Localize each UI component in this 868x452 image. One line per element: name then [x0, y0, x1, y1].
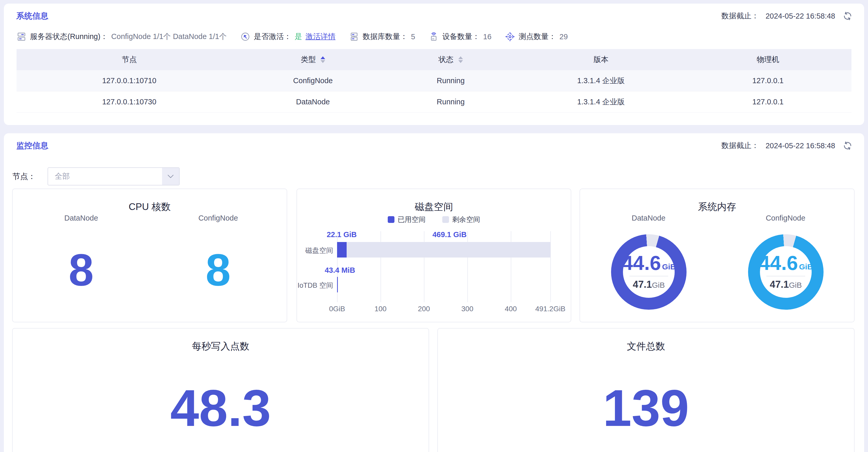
device-count-item: 设备数量： 16 [429, 32, 491, 42]
x-tick: 100 [375, 305, 387, 313]
data-cutoff: 数据截止： 2024-05-22 16:58:48 [721, 10, 853, 22]
iotdb-used-value-label: 43.4 MiB [325, 266, 355, 275]
cell-type: ConfigNode [242, 76, 384, 85]
status-row: 服务器状态(Running)： ConfigNode 1/1个 DataNode… [16, 30, 568, 43]
table-row: 127.0.0.1:10730 DataNode Running 1.3.1.4… [17, 91, 851, 112]
disk-legend: 已用空间 剩余空间 [297, 215, 571, 224]
data-cutoff: 数据截止： 2024-05-22 16:58:48 [721, 140, 853, 151]
memory-total-unit: GiB [789, 281, 802, 289]
x-tick: 491.2GiB [535, 305, 565, 313]
sort-icon-status[interactable] [458, 56, 463, 63]
donut-center: 44.6 GiB 47.1GiB [760, 246, 812, 298]
cpu-datanode-label: DataNode [13, 214, 150, 222]
cpu-datanode-value: 8 [13, 247, 150, 292]
database-count-value: 5 [411, 33, 415, 41]
activation-icon [240, 32, 250, 42]
disk-space-card: 磁盘空间 已用空间 剩余空间 22.1 GiB 469.1 GiB 磁盘空间 4… [297, 189, 571, 322]
x-tick: 200 [418, 305, 430, 313]
select-suffix [162, 168, 179, 185]
cell-version: 1.3.1.4 企业版 [518, 97, 684, 107]
activation-label: 是否激活： [254, 32, 291, 42]
memory-total-value: 47.1 [770, 279, 789, 290]
legend-free[interactable]: 剩余空间 [442, 215, 480, 224]
cpu-confignode-value: 8 [150, 247, 287, 292]
cpu-cores-card: CPU 核数 DataNode 8 ConfigNode 8 [12, 189, 287, 322]
database-count-label: 数据库数量： [363, 32, 408, 42]
device-icon [429, 32, 439, 42]
memory-datanode-donut[interactable]: 44.6 GiB 47.1GiB [611, 234, 686, 310]
data-cutoff-label: 数据截止： [721, 140, 759, 151]
x-tick: 0GiB [329, 305, 345, 313]
activation-value: 是 [295, 32, 302, 42]
server-status-item: 服务器状态(Running)： ConfigNode 1/1个 DataNode… [16, 32, 227, 42]
database-icon [349, 32, 359, 42]
memory-total-value: 47.1 [633, 279, 652, 290]
cell-status: Running [384, 76, 518, 85]
server-status-value: ConfigNode 1/1个 DataNode 1/1个 [111, 32, 227, 42]
disk-bar-free-segment[interactable] [347, 242, 550, 258]
memory-confignode-column: ConfigNode 44.6 GiB 47.1GiB [717, 189, 854, 322]
total-files-card: 文件总数 139 [437, 328, 855, 452]
memory-confignode-donut[interactable]: 44.6 GiB 47.1GiB [748, 234, 824, 310]
legend-used[interactable]: 已用空间 [388, 215, 426, 224]
cpu-datanode-column: DataNode 8 [13, 189, 150, 322]
total-files-title: 文件总数 [438, 340, 854, 353]
server-icon [16, 32, 27, 42]
server-status-label: 服务器状态(Running)： [30, 32, 108, 42]
legend-used-label: 已用空间 [398, 215, 426, 224]
refresh-button[interactable] [842, 140, 853, 151]
column-header-type[interactable]: 类型 [242, 55, 384, 65]
node-table-header: 节点 类型 状态 版本 物理机 [17, 49, 851, 70]
disk-free-value-label: 469.1 GiB [432, 230, 467, 239]
donut-divider [767, 276, 805, 277]
disk-used-value-label: 22.1 GiB [327, 230, 357, 239]
activation-status-item: 是否激活： 是 激活详情 [240, 32, 336, 42]
disk-row-label: 磁盘空间 [297, 246, 333, 255]
memory-used-value: 44.6 [622, 254, 661, 272]
activation-detail-link[interactable]: 激活详情 [306, 32, 336, 42]
database-count-item: 数据库数量： 5 [349, 32, 415, 42]
system-info-panel: 系统信息 数据截止： 2024-05-22 16:58:48 服务器 [4, 4, 864, 125]
memory-datanode-label: DataNode [580, 214, 717, 222]
column-header-status[interactable]: 状态 [384, 55, 518, 65]
cell-host: 127.0.0.1 [684, 98, 851, 106]
x-tick: 300 [461, 305, 473, 313]
system-panel-header: 系统信息 数据截止： 2024-05-22 16:58:48 [16, 10, 853, 22]
column-header-host: 物理机 [684, 55, 851, 65]
node-select[interactable]: 全部 [48, 167, 180, 186]
memory-confignode-label: ConfigNode [717, 214, 854, 222]
write-points-card: 每秒写入点数 48.3 [12, 328, 429, 452]
refresh-button[interactable] [842, 10, 853, 22]
data-cutoff-value: 2024-05-22 16:58:48 [766, 141, 835, 150]
cell-node: 127.0.0.1:10730 [17, 98, 242, 106]
legend-free-swatch [442, 216, 449, 223]
total-files-value: 139 [438, 377, 854, 439]
legend-used-swatch [388, 216, 395, 223]
iotdb-bar-used-segment[interactable] [337, 277, 338, 292]
gridline [550, 231, 551, 302]
device-count-label: 设备数量： [442, 32, 480, 42]
device-count-value: 16 [483, 33, 491, 41]
node-filter-row: 节点： 全部 [12, 167, 180, 186]
data-cutoff-label: 数据截止： [721, 11, 759, 21]
monitor-panel: 监控信息 数据截止： 2024-05-22 16:58:48 节点： 全部 [4, 133, 864, 452]
cell-type: DataNode [242, 98, 384, 106]
disk-card-title: 磁盘空间 [297, 200, 571, 213]
legend-free-label: 剩余空间 [452, 215, 480, 224]
node-filter-label: 节点： [12, 171, 36, 182]
disk-bar [337, 242, 550, 258]
node-table: 节点 类型 状态 版本 物理机 127.0.0.1:10710 [17, 49, 851, 112]
refresh-icon [842, 11, 853, 21]
measurement-count-item: 测点数量： 29 [505, 32, 568, 42]
iotdb-bar [337, 277, 550, 292]
monitor-panel-title: 监控信息 [16, 140, 48, 151]
memory-datanode-column: DataNode 44.6 GiB 47.1GiB [580, 189, 717, 322]
table-row: 127.0.0.1:10710 ConfigNode Running 1.3.1… [17, 70, 851, 91]
disk-bar-used-segment[interactable] [337, 242, 347, 258]
memory-used-value: 44.6 [759, 254, 798, 272]
cpu-confignode-column: ConfigNode 8 [150, 189, 287, 322]
data-cutoff-value: 2024-05-22 16:58:48 [766, 12, 835, 21]
sort-icon-type[interactable] [320, 56, 325, 63]
cell-status: Running [384, 98, 518, 106]
measurement-target-icon [505, 32, 515, 42]
